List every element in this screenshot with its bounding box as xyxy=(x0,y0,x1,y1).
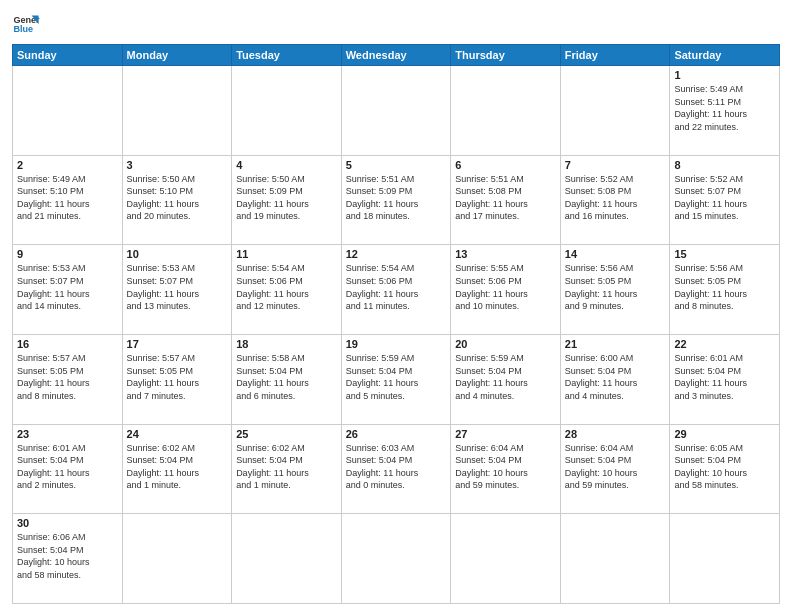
calendar-cell: 9Sunrise: 5:53 AM Sunset: 5:07 PM Daylig… xyxy=(13,245,123,335)
day-info: Sunrise: 6:06 AM Sunset: 5:04 PM Dayligh… xyxy=(17,531,118,581)
calendar-cell: 22Sunrise: 6:01 AM Sunset: 5:04 PM Dayli… xyxy=(670,334,780,424)
calendar-cell: 27Sunrise: 6:04 AM Sunset: 5:04 PM Dayli… xyxy=(451,424,561,514)
day-info: Sunrise: 5:56 AM Sunset: 5:05 PM Dayligh… xyxy=(565,262,666,312)
logo-icon: General Blue xyxy=(12,10,40,38)
day-number: 30 xyxy=(17,517,118,529)
weekday-header-tuesday: Tuesday xyxy=(232,45,342,66)
weekday-header-saturday: Saturday xyxy=(670,45,780,66)
day-number: 2 xyxy=(17,159,118,171)
calendar-cell: 12Sunrise: 5:54 AM Sunset: 5:06 PM Dayli… xyxy=(341,245,451,335)
calendar-cell xyxy=(451,514,561,604)
calendar-week-row: 9Sunrise: 5:53 AM Sunset: 5:07 PM Daylig… xyxy=(13,245,780,335)
weekday-header-thursday: Thursday xyxy=(451,45,561,66)
day-number: 12 xyxy=(346,248,447,260)
day-number: 17 xyxy=(127,338,228,350)
svg-text:Blue: Blue xyxy=(13,24,33,34)
calendar-cell: 5Sunrise: 5:51 AM Sunset: 5:09 PM Daylig… xyxy=(341,155,451,245)
day-info: Sunrise: 5:52 AM Sunset: 5:07 PM Dayligh… xyxy=(674,173,775,223)
calendar-cell: 6Sunrise: 5:51 AM Sunset: 5:08 PM Daylig… xyxy=(451,155,561,245)
weekday-header-monday: Monday xyxy=(122,45,232,66)
page-header: General Blue xyxy=(12,10,780,38)
day-number: 25 xyxy=(236,428,337,440)
day-number: 20 xyxy=(455,338,556,350)
day-info: Sunrise: 5:52 AM Sunset: 5:08 PM Dayligh… xyxy=(565,173,666,223)
day-info: Sunrise: 5:55 AM Sunset: 5:06 PM Dayligh… xyxy=(455,262,556,312)
calendar-cell: 10Sunrise: 5:53 AM Sunset: 5:07 PM Dayli… xyxy=(122,245,232,335)
calendar-week-row: 1Sunrise: 5:49 AM Sunset: 5:11 PM Daylig… xyxy=(13,66,780,156)
weekday-header-friday: Friday xyxy=(560,45,670,66)
day-info: Sunrise: 5:54 AM Sunset: 5:06 PM Dayligh… xyxy=(236,262,337,312)
calendar-cell xyxy=(13,66,123,156)
weekday-header-wednesday: Wednesday xyxy=(341,45,451,66)
day-info: Sunrise: 6:04 AM Sunset: 5:04 PM Dayligh… xyxy=(565,442,666,492)
calendar-cell: 3Sunrise: 5:50 AM Sunset: 5:10 PM Daylig… xyxy=(122,155,232,245)
logo: General Blue xyxy=(12,10,40,38)
day-info: Sunrise: 6:04 AM Sunset: 5:04 PM Dayligh… xyxy=(455,442,556,492)
calendar-cell: 30Sunrise: 6:06 AM Sunset: 5:04 PM Dayli… xyxy=(13,514,123,604)
day-number: 23 xyxy=(17,428,118,440)
day-info: Sunrise: 6:05 AM Sunset: 5:04 PM Dayligh… xyxy=(674,442,775,492)
day-info: Sunrise: 6:02 AM Sunset: 5:04 PM Dayligh… xyxy=(127,442,228,492)
calendar-cell: 8Sunrise: 5:52 AM Sunset: 5:07 PM Daylig… xyxy=(670,155,780,245)
calendar-week-row: 16Sunrise: 5:57 AM Sunset: 5:05 PM Dayli… xyxy=(13,334,780,424)
calendar-cell xyxy=(670,514,780,604)
calendar-cell: 14Sunrise: 5:56 AM Sunset: 5:05 PM Dayli… xyxy=(560,245,670,335)
day-number: 13 xyxy=(455,248,556,260)
day-info: Sunrise: 5:49 AM Sunset: 5:10 PM Dayligh… xyxy=(17,173,118,223)
day-info: Sunrise: 5:57 AM Sunset: 5:05 PM Dayligh… xyxy=(17,352,118,402)
day-number: 11 xyxy=(236,248,337,260)
calendar-cell: 25Sunrise: 6:02 AM Sunset: 5:04 PM Dayli… xyxy=(232,424,342,514)
calendar-cell xyxy=(451,66,561,156)
calendar-cell: 29Sunrise: 6:05 AM Sunset: 5:04 PM Dayli… xyxy=(670,424,780,514)
calendar-cell: 13Sunrise: 5:55 AM Sunset: 5:06 PM Dayli… xyxy=(451,245,561,335)
day-info: Sunrise: 5:51 AM Sunset: 5:08 PM Dayligh… xyxy=(455,173,556,223)
day-info: Sunrise: 5:56 AM Sunset: 5:05 PM Dayligh… xyxy=(674,262,775,312)
calendar-cell xyxy=(122,66,232,156)
day-info: Sunrise: 5:51 AM Sunset: 5:09 PM Dayligh… xyxy=(346,173,447,223)
calendar-cell: 18Sunrise: 5:58 AM Sunset: 5:04 PM Dayli… xyxy=(232,334,342,424)
day-info: Sunrise: 6:00 AM Sunset: 5:04 PM Dayligh… xyxy=(565,352,666,402)
day-number: 18 xyxy=(236,338,337,350)
calendar-cell xyxy=(341,514,451,604)
day-number: 15 xyxy=(674,248,775,260)
calendar-cell xyxy=(232,66,342,156)
day-info: Sunrise: 6:02 AM Sunset: 5:04 PM Dayligh… xyxy=(236,442,337,492)
day-info: Sunrise: 5:53 AM Sunset: 5:07 PM Dayligh… xyxy=(17,262,118,312)
calendar-table: SundayMondayTuesdayWednesdayThursdayFrid… xyxy=(12,44,780,604)
day-info: Sunrise: 5:59 AM Sunset: 5:04 PM Dayligh… xyxy=(455,352,556,402)
day-number: 9 xyxy=(17,248,118,260)
day-number: 1 xyxy=(674,69,775,81)
calendar-cell: 1Sunrise: 5:49 AM Sunset: 5:11 PM Daylig… xyxy=(670,66,780,156)
day-number: 21 xyxy=(565,338,666,350)
day-number: 7 xyxy=(565,159,666,171)
day-number: 10 xyxy=(127,248,228,260)
calendar-cell xyxy=(341,66,451,156)
calendar-week-row: 30Sunrise: 6:06 AM Sunset: 5:04 PM Dayli… xyxy=(13,514,780,604)
calendar-cell: 7Sunrise: 5:52 AM Sunset: 5:08 PM Daylig… xyxy=(560,155,670,245)
calendar-cell: 23Sunrise: 6:01 AM Sunset: 5:04 PM Dayli… xyxy=(13,424,123,514)
day-number: 4 xyxy=(236,159,337,171)
day-info: Sunrise: 5:57 AM Sunset: 5:05 PM Dayligh… xyxy=(127,352,228,402)
calendar-cell: 2Sunrise: 5:49 AM Sunset: 5:10 PM Daylig… xyxy=(13,155,123,245)
day-number: 24 xyxy=(127,428,228,440)
day-info: Sunrise: 5:50 AM Sunset: 5:10 PM Dayligh… xyxy=(127,173,228,223)
calendar-week-row: 2Sunrise: 5:49 AM Sunset: 5:10 PM Daylig… xyxy=(13,155,780,245)
day-info: Sunrise: 6:03 AM Sunset: 5:04 PM Dayligh… xyxy=(346,442,447,492)
calendar-cell: 15Sunrise: 5:56 AM Sunset: 5:05 PM Dayli… xyxy=(670,245,780,335)
day-number: 28 xyxy=(565,428,666,440)
calendar-cell: 26Sunrise: 6:03 AM Sunset: 5:04 PM Dayli… xyxy=(341,424,451,514)
calendar-cell: 4Sunrise: 5:50 AM Sunset: 5:09 PM Daylig… xyxy=(232,155,342,245)
calendar-cell: 21Sunrise: 6:00 AM Sunset: 5:04 PM Dayli… xyxy=(560,334,670,424)
day-number: 27 xyxy=(455,428,556,440)
weekday-header-sunday: Sunday xyxy=(13,45,123,66)
day-number: 29 xyxy=(674,428,775,440)
calendar-week-row: 23Sunrise: 6:01 AM Sunset: 5:04 PM Dayli… xyxy=(13,424,780,514)
weekday-header-row: SundayMondayTuesdayWednesdayThursdayFrid… xyxy=(13,45,780,66)
day-info: Sunrise: 5:54 AM Sunset: 5:06 PM Dayligh… xyxy=(346,262,447,312)
day-info: Sunrise: 5:50 AM Sunset: 5:09 PM Dayligh… xyxy=(236,173,337,223)
day-info: Sunrise: 5:49 AM Sunset: 5:11 PM Dayligh… xyxy=(674,83,775,133)
day-number: 8 xyxy=(674,159,775,171)
calendar-cell: 19Sunrise: 5:59 AM Sunset: 5:04 PM Dayli… xyxy=(341,334,451,424)
day-number: 5 xyxy=(346,159,447,171)
calendar-cell: 28Sunrise: 6:04 AM Sunset: 5:04 PM Dayli… xyxy=(560,424,670,514)
